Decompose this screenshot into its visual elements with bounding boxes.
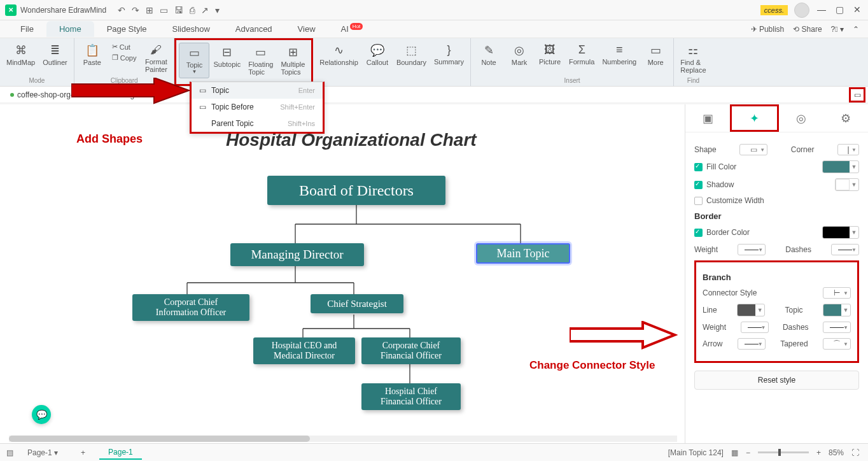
- more-button[interactable]: ▭More: [640, 41, 671, 69]
- summary-icon: }: [447, 43, 451, 57]
- boundary-button[interactable]: ⬚Boundary: [393, 41, 430, 69]
- maximize-icon[interactable]: ▢: [834, 4, 845, 16]
- add-page-button[interactable]: +: [72, 446, 94, 459]
- fill-color-selector[interactable]: ▼: [822, 160, 859, 173]
- close-icon[interactable]: ✕: [851, 4, 863, 16]
- menu-item-topic[interactable]: ▭TopicEnter: [192, 82, 323, 99]
- menu-item-topic-before[interactable]: ▭Topic BeforeShift+Enter: [192, 99, 323, 115]
- copy-button[interactable]: ❐Copy: [110, 53, 139, 62]
- qat-more-icon[interactable]: ▾: [215, 5, 220, 15]
- numbering-button[interactable]: ≡Numbering: [598, 41, 640, 69]
- relationship-button[interactable]: ∿Relationship: [316, 41, 362, 69]
- node-board[interactable]: Board of Directors: [267, 176, 445, 205]
- publish-button[interactable]: ✈ Publish: [751, 25, 785, 34]
- find-replace-button[interactable]: ⚏Find & Replace: [676, 41, 710, 76]
- page-list-icon[interactable]: ▤: [6, 448, 13, 457]
- callout-button[interactable]: 💬Callout: [362, 41, 393, 69]
- node-strategist[interactable]: Chief Strategist: [311, 294, 403, 313]
- topic-button[interactable]: ▭Topic▼: [179, 43, 209, 78]
- topic-icon: ▭: [189, 46, 200, 60]
- summary-button[interactable]: }Summary: [430, 41, 468, 69]
- toggle-right-panel-button[interactable]: ▭: [849, 87, 865, 103]
- tab-slideshow[interactable]: Slideshow: [160, 21, 223, 37]
- ai-chat-button[interactable]: 💬: [32, 405, 51, 424]
- share-button[interactable]: ⟲ Share: [793, 25, 822, 34]
- undo-icon[interactable]: ↶: [118, 5, 125, 15]
- arrow-selector[interactable]: [738, 338, 766, 350]
- collapse-ribbon-icon[interactable]: ⌃: [853, 25, 859, 34]
- scrollbar-thumb[interactable]: [9, 436, 310, 442]
- node-cfo-corp[interactable]: Corporate Chief Financial Officer: [361, 337, 461, 364]
- node-cfo-hosp[interactable]: Hospital Chief Financial Officer: [361, 383, 461, 410]
- fill-checkbox[interactable]: [694, 163, 703, 171]
- node-main-topic[interactable]: Main Topic: [476, 243, 570, 264]
- tab-file[interactable]: File: [8, 21, 46, 37]
- page-tab-2[interactable]: Page-1: [99, 446, 142, 460]
- print-icon[interactable]: ⎙: [190, 5, 195, 15]
- canvas[interactable]: Hospital Organizational Chart Board of D…: [0, 104, 685, 443]
- label-custom-width: Customize Width: [706, 196, 764, 205]
- branch-weight-selector[interactable]: [741, 322, 769, 333]
- zoom-out-button[interactable]: −: [746, 448, 750, 457]
- branch-dashes-selector[interactable]: [823, 322, 851, 333]
- topic-color-selector[interactable]: ▼: [823, 304, 851, 316]
- node-ceo[interactable]: Hospital CEO and Medical Director: [253, 337, 355, 364]
- zoom-in-button[interactable]: +: [816, 448, 821, 457]
- avatar[interactable]: [794, 3, 809, 18]
- panel-tab-theme[interactable]: ✦: [730, 104, 778, 132]
- horizontal-scrollbar[interactable]: [9, 436, 677, 442]
- zoom-slider[interactable]: [758, 451, 809, 453]
- corner-selector[interactable]: |: [837, 144, 859, 155]
- section-branch: Branch: [703, 273, 851, 282]
- shape-selector[interactable]: ▭: [739, 144, 767, 155]
- format-painter-button[interactable]: 🖌Format Painter: [141, 41, 171, 76]
- panel-tab-style[interactable]: ▣: [685, 104, 730, 132]
- menu-item-parent-topic[interactable]: ▭Parent TopicShift+Ins: [192, 115, 323, 132]
- mark-button[interactable]: ◎Mark: [504, 41, 535, 69]
- node-managing-director[interactable]: Managing Director: [230, 243, 364, 266]
- help-icon[interactable]: ?⃝ ▾: [831, 25, 844, 34]
- tapered-selector[interactable]: ⌒: [823, 338, 851, 350]
- weight-selector[interactable]: [738, 244, 766, 255]
- multiple-icon: ⊞: [288, 45, 298, 59]
- formula-button[interactable]: ΣFormula: [565, 41, 598, 69]
- tab-advanced[interactable]: Advanced: [223, 21, 285, 37]
- cut-button[interactable]: ✂Cut: [110, 42, 139, 52]
- tab-ai[interactable]: AIHot: [328, 21, 376, 37]
- redo-icon[interactable]: ↷: [132, 5, 139, 15]
- open-icon[interactable]: ▭: [160, 5, 168, 15]
- tab-home[interactable]: Home: [46, 21, 94, 37]
- paste-button[interactable]: 📋Paste: [77, 41, 108, 76]
- tab-view[interactable]: View: [285, 21, 328, 37]
- dashes-selector[interactable]: [831, 244, 859, 255]
- save-icon[interactable]: 🖫: [174, 5, 183, 15]
- subtopic-button[interactable]: ⊟Subtopic: [209, 43, 244, 78]
- panel-tab-map[interactable]: ◎: [779, 104, 823, 132]
- multiple-topics-button[interactable]: ⊞Multiple Topics: [277, 43, 309, 78]
- tab-page-style[interactable]: Page Style: [94, 21, 160, 37]
- page-tab-1[interactable]: Page-1 ▾: [18, 446, 67, 459]
- border-color-checkbox[interactable]: [694, 229, 703, 237]
- minimize-icon[interactable]: —: [816, 4, 827, 16]
- note-button[interactable]: ✎Note: [473, 41, 504, 69]
- app-logo: ✕: [5, 4, 17, 16]
- view-mode-icon[interactable]: ▦: [731, 448, 738, 457]
- node-cio[interactable]: Corporat Chief Information Officer: [132, 294, 249, 321]
- fit-page-icon[interactable]: ⛶: [851, 448, 859, 457]
- line-color-selector[interactable]: ▼: [737, 304, 765, 316]
- outliner-button[interactable]: ≣Outliner: [39, 41, 71, 69]
- note-icon: ✎: [484, 43, 494, 57]
- export-icon[interactable]: ↗: [201, 5, 209, 15]
- shadow-checkbox[interactable]: [694, 181, 703, 189]
- new-icon[interactable]: ⊞: [146, 5, 153, 15]
- floating-topic-button[interactable]: ▭Floating Topic: [244, 43, 277, 78]
- reset-style-button[interactable]: Reset style: [694, 371, 859, 390]
- shadow-selector[interactable]: ▼: [835, 178, 859, 191]
- panel-tab-settings[interactable]: ⚙: [823, 104, 868, 132]
- border-color-selector[interactable]: ▼: [822, 226, 859, 239]
- connector-style-selector[interactable]: ⊢: [823, 287, 851, 299]
- custom-width-checkbox[interactable]: [694, 197, 703, 205]
- picture-button[interactable]: 🖼Picture: [535, 41, 565, 69]
- floating-icon: ▭: [255, 45, 266, 59]
- mindmap-button[interactable]: ⌘MindMap: [3, 41, 39, 69]
